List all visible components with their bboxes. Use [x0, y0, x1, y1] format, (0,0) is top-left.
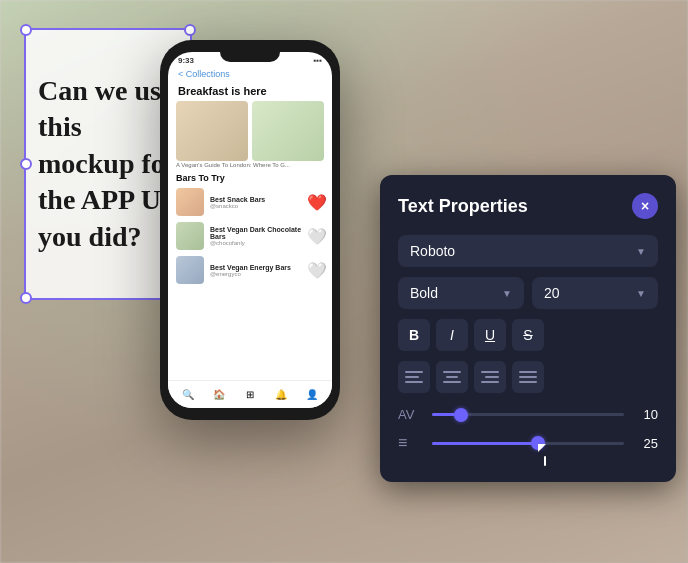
font-style-dropdown[interactable]: Bold ▼	[398, 277, 524, 309]
align-left-icon	[405, 371, 423, 383]
line-height-thumb[interactable]	[531, 436, 545, 450]
like-icon-2: 🤍	[310, 230, 324, 242]
list-item: Best Vegan Dark Chocolate Bars @chocofan…	[168, 219, 332, 253]
align-justify-icon	[519, 371, 537, 383]
close-button[interactable]: ×	[632, 193, 658, 219]
phone-caption-1: A Vegan's Guide To London: Where To G...	[168, 161, 332, 169]
phone-image-1	[176, 101, 248, 161]
line-height-value: 25	[634, 436, 658, 451]
list-name-1: Best Snack Bars	[210, 196, 304, 203]
nav-grid-icon: ⊞	[242, 387, 258, 403]
phone-bottom-nav: 🔍 🏠 ⊞ 🔔 👤	[168, 380, 332, 408]
line-height-fill	[432, 442, 538, 445]
list-author-3: @energyco	[210, 271, 304, 277]
font-family-row: Roboto ▼	[398, 235, 658, 267]
handle-bottom-left[interactable]	[20, 292, 32, 304]
align-right-button[interactable]	[474, 361, 506, 393]
like-icon-1: ❤️	[310, 196, 324, 208]
nav-person-icon: 👤	[304, 387, 320, 403]
line-height-row: ≡ 25	[398, 434, 658, 452]
font-size-dropdown[interactable]: 20 ▼	[532, 277, 658, 309]
nav-home-icon: 🔍	[180, 387, 196, 403]
strikethrough-button[interactable]: S	[512, 319, 544, 351]
like-icon-3: 🤍	[310, 264, 324, 276]
align-center-icon	[443, 371, 461, 383]
list-item: Best Snack Bars @snackco ❤️	[168, 185, 332, 219]
phone-body: 9:33 ▪▪▪ < Collections Breakfast is here…	[160, 40, 340, 420]
align-justify-button[interactable]	[512, 361, 544, 393]
handle-top-left[interactable]	[20, 24, 32, 36]
letter-spacing-thumb[interactable]	[454, 408, 468, 422]
list-name-2: Best Vegan Dark Chocolate Bars	[210, 226, 304, 240]
font-size-value: 20	[544, 285, 560, 301]
align-center-button[interactable]	[436, 361, 468, 393]
letter-spacing-value: 10	[634, 407, 658, 422]
nav-home-icon2: 🏠	[211, 387, 227, 403]
letter-spacing-track[interactable]	[432, 413, 624, 416]
italic-button[interactable]: I	[436, 319, 468, 351]
phone-notch	[220, 48, 280, 62]
phone-images	[168, 101, 332, 161]
letter-spacing-label: AV	[398, 407, 422, 422]
nav-bell-icon: 🔔	[273, 387, 289, 403]
style-size-row: Bold ▼ 20 ▼	[398, 277, 658, 309]
align-right-icon	[481, 371, 499, 383]
list-text-3: Best Vegan Energy Bars @energyco	[210, 264, 304, 277]
phone-image-2	[252, 101, 324, 161]
font-family-value: Roboto	[410, 243, 455, 259]
underline-button[interactable]: U	[474, 319, 506, 351]
list-text-2: Best Vegan Dark Chocolate Bars @chocofan…	[210, 226, 304, 246]
chevron-down-icon: ▼	[502, 288, 512, 299]
align-left-button[interactable]	[398, 361, 430, 393]
font-style-value: Bold	[410, 285, 438, 301]
canvas: Can we use this mockup for the APP UI yo…	[0, 0, 688, 563]
list-name-3: Best Vegan Energy Bars	[210, 264, 304, 271]
phone-screen: 9:33 ▪▪▪ < Collections Breakfast is here…	[168, 52, 332, 408]
list-item: Best Vegan Energy Bars @energyco 🤍	[168, 253, 332, 287]
line-height-label: ≡	[398, 434, 422, 452]
list-thumb-1	[176, 188, 204, 216]
handle-middle-left[interactable]	[20, 158, 32, 170]
list-thumb-2	[176, 222, 204, 250]
list-thumb-3	[176, 256, 204, 284]
list-text-1: Best Snack Bars @snackco	[210, 196, 304, 209]
panel-header: Text Properties ×	[398, 193, 658, 219]
phone-section-title: Bars To Try	[168, 169, 332, 185]
letter-spacing-row: AV 10	[398, 407, 658, 422]
alignment-buttons-group	[398, 361, 658, 393]
phone-nav: < Collections	[168, 67, 332, 83]
bold-button[interactable]: B	[398, 319, 430, 351]
line-height-track[interactable]	[432, 442, 624, 445]
phone-screen-title: Breakfast is here	[168, 83, 332, 101]
font-family-dropdown[interactable]: Roboto ▼	[398, 235, 658, 267]
chevron-down-icon: ▼	[636, 288, 646, 299]
list-author-2: @chocofanly	[210, 240, 304, 246]
chevron-down-icon: ▼	[636, 246, 646, 257]
panel-title: Text Properties	[398, 196, 528, 217]
format-buttons-group: B I U S	[398, 319, 658, 351]
phone-mockup: 9:33 ▪▪▪ < Collections Breakfast is here…	[160, 40, 360, 440]
handle-top-right[interactable]	[184, 24, 196, 36]
text-properties-panel: Text Properties × Roboto ▼ Bold ▼ 20 ▼	[380, 175, 676, 482]
list-author-1: @snackco	[210, 203, 304, 209]
